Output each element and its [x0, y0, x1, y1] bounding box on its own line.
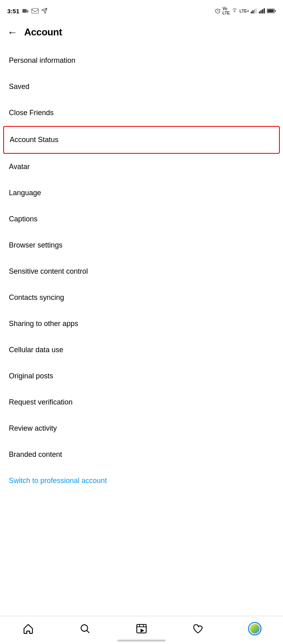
svg-rect-12: [264, 8, 265, 14]
menu-item-saved[interactable]: Saved: [0, 74, 283, 100]
home-indicator: [117, 640, 166, 642]
volte-label: VoLTE: [223, 6, 230, 15]
menu-item-contacts-syncing[interactable]: Contacts syncing: [0, 285, 283, 311]
gmail-icon: [31, 8, 39, 14]
svg-rect-2: [32, 8, 39, 13]
menu-item-sensitive-content-control[interactable]: Sensitive content control: [0, 258, 283, 285]
svg-rect-1: [26, 10, 29, 13]
svg-rect-8: [256, 8, 257, 14]
status-time: 3:51: [7, 8, 19, 14]
battery-icon: [267, 8, 276, 13]
menu-item-avatar[interactable]: Avatar: [0, 154, 283, 180]
svg-point-4: [234, 11, 235, 12]
hotspot-icon: [231, 8, 238, 14]
alarm-icon: [214, 8, 221, 14]
nav-reels[interactable]: [113, 623, 170, 634]
menu-item-browser-settings[interactable]: Browser settings: [0, 232, 283, 258]
svg-rect-5: [251, 12, 252, 14]
page-title: Account: [24, 27, 62, 38]
menu-item-personal-information[interactable]: Personal information: [0, 47, 283, 74]
back-button[interactable]: ←: [7, 27, 18, 37]
menu-list: Personal informationSavedClose FriendsAc…: [0, 47, 283, 468]
signal1-icon: [251, 8, 257, 14]
send-icon: [41, 8, 48, 14]
menu-item-original-posts[interactable]: Original posts: [0, 363, 283, 389]
menu-item-review-activity[interactable]: Review activity: [0, 415, 283, 442]
menu-item-account-status[interactable]: Account Status: [3, 126, 280, 154]
menu-item-branded-content[interactable]: Branded content: [0, 442, 283, 468]
teams-icon: [22, 7, 29, 14]
heart-icon: [192, 623, 204, 634]
menu-item-language[interactable]: Language: [0, 180, 283, 206]
menu-item-sharing-to-other-apps[interactable]: Sharing to other apps: [0, 311, 283, 337]
svg-rect-7: [254, 9, 255, 13]
switch-professional-link[interactable]: Switch to professional account: [0, 468, 283, 494]
menu-item-close-friends[interactable]: Close Friends: [0, 100, 283, 126]
svg-rect-6: [252, 10, 254, 13]
profile-avatar-inner: [249, 623, 260, 634]
svg-rect-9: [259, 12, 260, 14]
profile-avatar: [248, 622, 262, 636]
svg-rect-0: [23, 9, 27, 13]
nav-profile[interactable]: [227, 622, 283, 636]
header: ← Account: [0, 20, 283, 44]
nav-home[interactable]: [0, 623, 56, 634]
reels-icon: [136, 623, 147, 634]
status-right: VoLTE LTE+: [214, 6, 276, 15]
signal2-icon: [259, 8, 265, 14]
search-icon: [79, 623, 91, 634]
nav-activity[interactable]: [170, 623, 226, 634]
status-left: 3:51: [7, 7, 48, 14]
svg-marker-18: [141, 629, 144, 632]
menu-item-request-verification[interactable]: Request verification: [0, 389, 283, 415]
svg-rect-14: [268, 9, 274, 12]
svg-rect-15: [275, 10, 276, 12]
menu-item-captions[interactable]: Captions: [0, 206, 283, 232]
home-icon: [23, 623, 34, 634]
nav-search[interactable]: [56, 623, 113, 634]
menu-item-cellular-data-use[interactable]: Cellular data use: [0, 337, 283, 363]
svg-rect-11: [262, 9, 263, 13]
svg-rect-10: [260, 10, 262, 13]
status-bar: 3:51 VoLTE LTE+: [0, 0, 283, 20]
lte-label: LTE+: [239, 9, 249, 13]
